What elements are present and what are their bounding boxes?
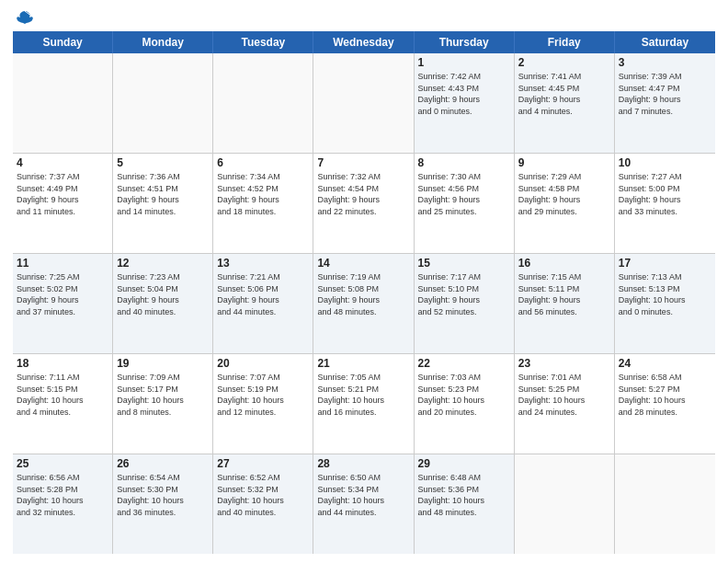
day-number: 18 xyxy=(17,357,108,370)
day-info: Sunrise: 6:56 AM Sunset: 5:28 PM Dayligh… xyxy=(17,472,108,518)
day-number: 12 xyxy=(117,257,209,270)
day-number: 5 xyxy=(117,156,209,169)
table-row: 26Sunrise: 6:54 AM Sunset: 5:30 PM Dayli… xyxy=(113,454,213,554)
day-info: Sunrise: 7:34 AM Sunset: 4:52 PM Dayligh… xyxy=(217,171,309,217)
day-number: 16 xyxy=(518,257,610,270)
day-info: Sunrise: 7:29 AM Sunset: 4:58 PM Dayligh… xyxy=(518,171,610,217)
day-number: 24 xyxy=(619,357,711,370)
table-row: 19Sunrise: 7:09 AM Sunset: 5:17 PM Dayli… xyxy=(113,354,213,454)
calendar: SundayMondayTuesdayWednesdayThursdayFrid… xyxy=(13,31,715,554)
day-number: 26 xyxy=(117,457,209,470)
day-info: Sunrise: 7:23 AM Sunset: 5:04 PM Dayligh… xyxy=(117,271,209,317)
table-row xyxy=(313,53,414,153)
table-row: 1Sunrise: 7:42 AM Sunset: 4:43 PM Daylig… xyxy=(415,53,515,153)
calendar-header-saturday: Saturday xyxy=(615,31,715,53)
calendar-header-friday: Friday xyxy=(515,31,615,53)
table-row: 21Sunrise: 7:05 AM Sunset: 5:21 PM Dayli… xyxy=(313,354,414,454)
day-number: 1 xyxy=(418,56,510,69)
day-info: Sunrise: 7:07 AM Sunset: 5:19 PM Dayligh… xyxy=(217,372,309,418)
table-row: 4Sunrise: 7:37 AM Sunset: 4:49 PM Daylig… xyxy=(13,154,113,253)
day-number: 10 xyxy=(619,156,711,169)
day-info: Sunrise: 7:25 AM Sunset: 5:02 PM Dayligh… xyxy=(17,271,108,317)
table-row: 10Sunrise: 7:27 AM Sunset: 5:00 PM Dayli… xyxy=(615,154,715,253)
day-number: 21 xyxy=(317,357,409,370)
table-row: 5Sunrise: 7:36 AM Sunset: 4:51 PM Daylig… xyxy=(113,154,213,253)
day-number: 7 xyxy=(317,156,409,169)
day-info: Sunrise: 7:17 AM Sunset: 5:10 PM Dayligh… xyxy=(418,271,510,317)
day-info: Sunrise: 7:21 AM Sunset: 5:06 PM Dayligh… xyxy=(217,271,309,317)
day-info: Sunrise: 7:30 AM Sunset: 4:56 PM Dayligh… xyxy=(418,171,510,217)
day-number: 22 xyxy=(418,357,510,370)
page: SundayMondayTuesdayWednesdayThursdayFrid… xyxy=(0,0,728,563)
day-number: 19 xyxy=(117,357,209,370)
day-number: 17 xyxy=(619,257,711,270)
day-info: Sunrise: 7:27 AM Sunset: 5:00 PM Dayligh… xyxy=(619,171,711,217)
day-number: 14 xyxy=(317,257,409,270)
table-row: 25Sunrise: 6:56 AM Sunset: 5:28 PM Dayli… xyxy=(13,454,113,554)
table-row xyxy=(615,454,715,554)
day-info: Sunrise: 7:03 AM Sunset: 5:23 PM Dayligh… xyxy=(418,372,510,418)
table-row xyxy=(515,454,615,554)
table-row: 12Sunrise: 7:23 AM Sunset: 5:04 PM Dayli… xyxy=(113,254,213,353)
day-number: 29 xyxy=(418,457,510,470)
day-info: Sunrise: 7:41 AM Sunset: 4:45 PM Dayligh… xyxy=(518,71,610,117)
day-number: 28 xyxy=(317,457,409,470)
table-row: 11Sunrise: 7:25 AM Sunset: 5:02 PM Dayli… xyxy=(13,254,113,353)
table-row: 24Sunrise: 6:58 AM Sunset: 5:27 PM Dayli… xyxy=(615,354,715,454)
table-row xyxy=(113,53,213,153)
table-row: 27Sunrise: 6:52 AM Sunset: 5:32 PM Dayli… xyxy=(213,454,313,554)
day-number: 8 xyxy=(418,156,510,169)
table-row: 9Sunrise: 7:29 AM Sunset: 4:58 PM Daylig… xyxy=(515,154,615,253)
calendar-week-3: 11Sunrise: 7:25 AM Sunset: 5:02 PM Dayli… xyxy=(13,254,715,354)
calendar-header-sunday: Sunday xyxy=(13,31,113,53)
day-number: 25 xyxy=(17,457,108,470)
day-number: 6 xyxy=(217,156,309,169)
day-number: 13 xyxy=(217,257,309,270)
table-row: 14Sunrise: 7:19 AM Sunset: 5:08 PM Dayli… xyxy=(313,254,414,353)
day-number: 4 xyxy=(17,156,108,169)
day-info: Sunrise: 7:15 AM Sunset: 5:11 PM Dayligh… xyxy=(518,271,610,317)
table-row xyxy=(213,53,313,153)
table-row: 6Sunrise: 7:34 AM Sunset: 4:52 PM Daylig… xyxy=(213,154,313,253)
day-info: Sunrise: 7:42 AM Sunset: 4:43 PM Dayligh… xyxy=(418,71,510,117)
day-info: Sunrise: 7:13 AM Sunset: 5:13 PM Dayligh… xyxy=(619,271,711,317)
day-info: Sunrise: 7:05 AM Sunset: 5:21 PM Dayligh… xyxy=(317,372,409,418)
day-info: Sunrise: 6:50 AM Sunset: 5:34 PM Dayligh… xyxy=(317,472,409,518)
calendar-header-tuesday: Tuesday xyxy=(213,31,313,53)
table-row: 13Sunrise: 7:21 AM Sunset: 5:06 PM Dayli… xyxy=(213,254,313,353)
calendar-header-monday: Monday xyxy=(113,31,213,53)
day-info: Sunrise: 7:39 AM Sunset: 4:47 PM Dayligh… xyxy=(619,71,711,117)
table-row: 3Sunrise: 7:39 AM Sunset: 4:47 PM Daylig… xyxy=(615,53,715,153)
table-row: 17Sunrise: 7:13 AM Sunset: 5:13 PM Dayli… xyxy=(615,254,715,353)
day-info: Sunrise: 7:11 AM Sunset: 5:15 PM Dayligh… xyxy=(17,372,108,418)
table-row: 29Sunrise: 6:48 AM Sunset: 5:36 PM Dayli… xyxy=(415,454,515,554)
day-number: 20 xyxy=(217,357,309,370)
table-row: 2Sunrise: 7:41 AM Sunset: 4:45 PM Daylig… xyxy=(515,53,615,153)
table-row: 15Sunrise: 7:17 AM Sunset: 5:10 PM Dayli… xyxy=(415,254,515,353)
calendar-week-1: 1Sunrise: 7:42 AM Sunset: 4:43 PM Daylig… xyxy=(13,53,715,154)
logo-bird-icon xyxy=(15,9,35,29)
table-row: 18Sunrise: 7:11 AM Sunset: 5:15 PM Dayli… xyxy=(13,354,113,454)
table-row: 20Sunrise: 7:07 AM Sunset: 5:19 PM Dayli… xyxy=(213,354,313,454)
table-row: 23Sunrise: 7:01 AM Sunset: 5:25 PM Dayli… xyxy=(515,354,615,454)
day-info: Sunrise: 6:48 AM Sunset: 5:36 PM Dayligh… xyxy=(418,472,510,518)
calendar-week-4: 18Sunrise: 7:11 AM Sunset: 5:15 PM Dayli… xyxy=(13,354,715,454)
day-info: Sunrise: 7:36 AM Sunset: 4:51 PM Dayligh… xyxy=(117,171,209,217)
day-info: Sunrise: 7:32 AM Sunset: 4:54 PM Dayligh… xyxy=(317,171,409,217)
day-info: Sunrise: 6:58 AM Sunset: 5:27 PM Dayligh… xyxy=(619,372,711,418)
day-info: Sunrise: 7:01 AM Sunset: 5:25 PM Dayligh… xyxy=(518,372,610,418)
day-number: 15 xyxy=(418,257,510,270)
calendar-week-5: 25Sunrise: 6:56 AM Sunset: 5:28 PM Dayli… xyxy=(13,454,715,554)
day-number: 11 xyxy=(17,257,108,270)
day-number: 3 xyxy=(619,56,711,69)
calendar-week-2: 4Sunrise: 7:37 AM Sunset: 4:49 PM Daylig… xyxy=(13,154,715,254)
day-number: 23 xyxy=(518,357,610,370)
table-row: 22Sunrise: 7:03 AM Sunset: 5:23 PM Dayli… xyxy=(415,354,515,454)
day-info: Sunrise: 7:19 AM Sunset: 5:08 PM Dayligh… xyxy=(317,271,409,317)
calendar-header-row: SundayMondayTuesdayWednesdayThursdayFrid… xyxy=(13,31,715,53)
day-info: Sunrise: 7:37 AM Sunset: 4:49 PM Dayligh… xyxy=(17,171,108,217)
day-info: Sunrise: 7:09 AM Sunset: 5:17 PM Dayligh… xyxy=(117,372,209,418)
header xyxy=(13,9,715,26)
table-row xyxy=(13,53,113,153)
logo xyxy=(13,9,35,26)
